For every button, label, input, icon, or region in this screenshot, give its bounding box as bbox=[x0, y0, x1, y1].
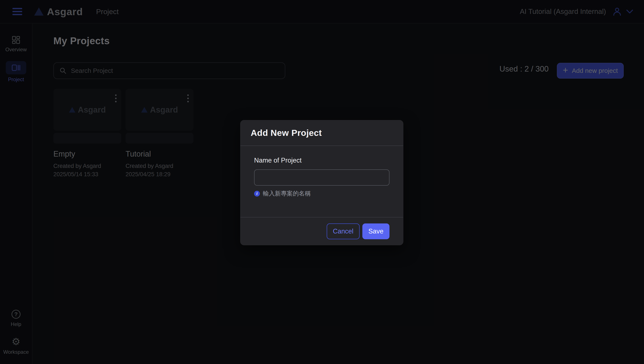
hint-row: i 輸入新專案的名稱 bbox=[254, 189, 390, 198]
modal-title: Add New Project bbox=[251, 128, 322, 138]
modal-body: Name of Project i 輸入新專案的名稱 bbox=[240, 146, 403, 217]
save-button[interactable]: Save bbox=[362, 223, 390, 239]
modal-footer: Cancel Save bbox=[240, 217, 403, 245]
project-name-label: Name of Project bbox=[254, 157, 390, 164]
modal-header: Add New Project bbox=[240, 120, 403, 146]
project-name-input[interactable] bbox=[254, 169, 390, 186]
add-new-project-modal: Add New Project Name of Project i 輸入新專案的… bbox=[240, 120, 403, 245]
cancel-button[interactable]: Cancel bbox=[327, 223, 360, 239]
hint-text: 輸入新專案的名稱 bbox=[263, 189, 311, 198]
info-icon: i bbox=[254, 191, 260, 197]
app-root: Asgard Project AI Tutorial (Asgard Inter… bbox=[0, 0, 644, 364]
